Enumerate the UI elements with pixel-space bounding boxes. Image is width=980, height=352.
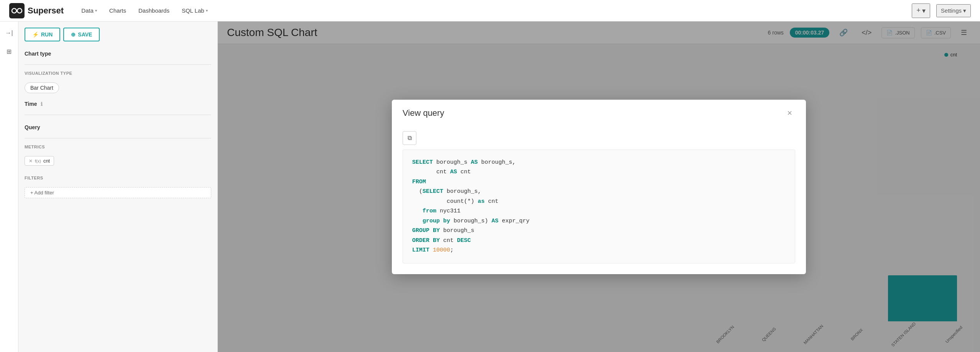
sidebar-icons: →| ⊞ xyxy=(0,21,18,352)
remove-metric-button[interactable]: ✕ xyxy=(29,158,33,164)
brand-name: Superset xyxy=(28,6,64,16)
copy-icon: ⧉ xyxy=(408,135,412,141)
nav-data[interactable]: Data ▾ xyxy=(76,4,102,17)
sql-code-block: SELECT borough_s AS borough_s, cnt AS cn… xyxy=(403,150,795,263)
nav-menu: Data ▾ Charts Dashboards SQL Lab ▾ xyxy=(76,4,213,17)
section-divider-3 xyxy=(25,138,211,138)
run-button[interactable]: ⚡ RUN xyxy=(25,28,60,41)
viz-type-badge[interactable]: Bar Chart xyxy=(25,82,59,93)
chart-type-section-title: Chart type xyxy=(25,51,211,57)
viz-type-label: VISUALIZATION TYPE xyxy=(25,71,211,76)
fx-icon: f(x) xyxy=(35,159,41,163)
navbar: Superset Data ▾ Charts Dashboards SQL La… xyxy=(0,0,980,21)
modal-overlay[interactable]: View query × ⧉ SELECT borough_s AS borou… xyxy=(218,21,980,352)
time-section-title: Time ℹ xyxy=(25,101,211,107)
metrics-label: METRICS xyxy=(25,145,211,149)
query-section-title: Query xyxy=(25,124,211,130)
nav-dashboards[interactable]: Dashboards xyxy=(133,4,175,17)
copy-sql-button[interactable]: ⧉ xyxy=(403,131,416,145)
right-panel: Custom SQL Chart 6 rows 00:00:03.27 🔗 </… xyxy=(218,21,980,352)
section-divider xyxy=(25,64,211,65)
nav-sqllab[interactable]: SQL Lab ▾ xyxy=(176,4,213,17)
settings-button[interactable]: Settings ▾ xyxy=(936,4,971,17)
panel-toolbar: ⚡ RUN ⊕ SAVE xyxy=(25,28,211,41)
metric-tag: ✕ f(x) cnt xyxy=(25,156,54,166)
info-icon: ℹ xyxy=(41,101,43,107)
plus-icon: ⊕ xyxy=(71,31,76,38)
navbar-right: + ▾ Settings ▾ xyxy=(912,3,971,18)
main-layout: →| ⊞ ⚡ RUN ⊕ SAVE Chart type VISUALIZATI… xyxy=(0,21,980,352)
view-query-modal: View query × ⧉ SELECT borough_s AS borou… xyxy=(392,100,806,274)
left-panel: ⚡ RUN ⊕ SAVE Chart type VISUALIZATION TY… xyxy=(18,21,218,352)
plus-button[interactable]: + ▾ xyxy=(912,3,930,18)
chevron-down-icon: ▾ xyxy=(95,8,97,13)
modal-body: ⧉ SELECT borough_s AS borough_s, cnt AS … xyxy=(392,125,806,274)
add-filter-button[interactable]: + Add filter xyxy=(25,187,211,198)
sidebar-grid-icon[interactable]: ⊞ xyxy=(2,44,16,58)
lightning-icon: ⚡ xyxy=(32,31,39,38)
modal-header: View query × xyxy=(392,100,806,125)
chevron-down-icon: ▾ xyxy=(963,7,966,14)
chevron-down-icon: ▾ xyxy=(206,8,208,13)
section-divider-2 xyxy=(25,115,211,115)
sidebar-arrow-icon[interactable]: →| xyxy=(2,26,16,40)
chevron-down-icon: ▾ xyxy=(922,7,926,15)
modal-close-button[interactable]: × xyxy=(784,107,795,119)
save-button[interactable]: ⊕ SAVE xyxy=(63,28,100,41)
modal-title: View query xyxy=(403,108,444,118)
filters-label: FILTERS xyxy=(25,176,211,180)
brand-logo[interactable]: Superset xyxy=(9,3,64,18)
nav-charts[interactable]: Charts xyxy=(104,4,132,17)
superset-logo-icon xyxy=(9,3,25,18)
